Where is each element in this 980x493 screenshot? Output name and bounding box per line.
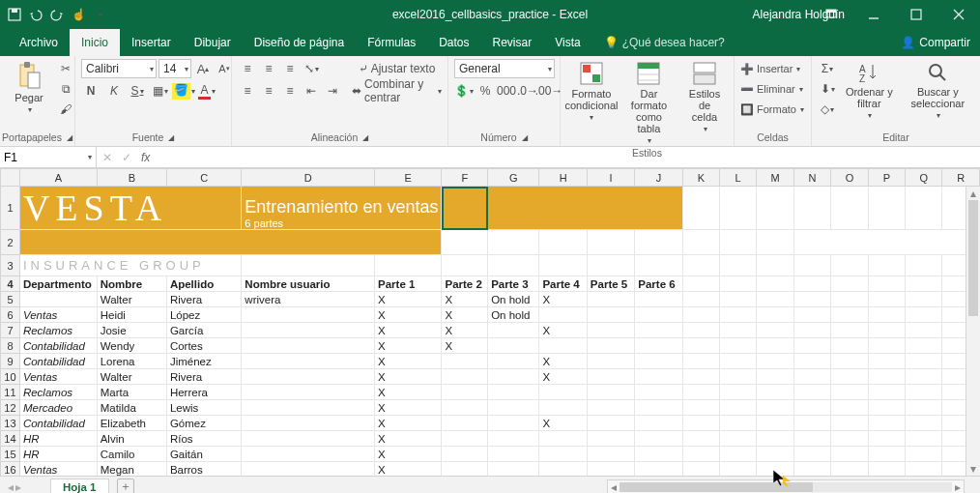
cell[interactable]: X: [539, 416, 587, 431]
cell[interactable]: [488, 385, 539, 400]
col-header[interactable]: J: [635, 169, 682, 187]
cell[interactable]: Reclamos: [19, 323, 97, 338]
row-header[interactable]: 2: [1, 230, 20, 255]
tab-inicio[interactable]: Inicio: [70, 29, 120, 56]
cell[interactable]: [635, 447, 682, 462]
row-header[interactable]: 3: [1, 255, 20, 276]
row-header[interactable]: 10: [1, 369, 20, 385]
dialog-launcher-icon[interactable]: ◢: [522, 133, 528, 142]
row-header[interactable]: 7: [1, 323, 20, 338]
comma-icon[interactable]: 000: [497, 81, 516, 101]
copy-icon[interactable]: ⧉: [56, 79, 75, 99]
cell[interactable]: X: [539, 354, 587, 369]
col-header[interactable]: H: [539, 169, 587, 187]
cell[interactable]: [587, 354, 634, 369]
cell[interactable]: X: [442, 292, 488, 307]
border-icon[interactable]: ▦▾: [151, 81, 170, 101]
clear-icon[interactable]: ◇▾: [818, 100, 837, 119]
col-header[interactable]: A: [19, 169, 97, 187]
cell[interactable]: [587, 400, 634, 416]
table-header[interactable]: Nombre: [97, 276, 166, 292]
tab-insertar[interactable]: Insertar: [120, 29, 183, 56]
cell[interactable]: X: [375, 431, 442, 447]
cell[interactable]: [635, 292, 682, 307]
row-header[interactable]: 13: [1, 416, 20, 431]
cell[interactable]: Reclamos: [19, 385, 97, 400]
share-button[interactable]: 👤Compartir: [901, 29, 970, 56]
cell[interactable]: [242, 354, 375, 369]
cell[interactable]: X: [375, 447, 442, 462]
tab-datos[interactable]: Datos: [427, 29, 480, 56]
row-header[interactable]: 16: [1, 462, 20, 477]
cell[interactable]: Wendy: [97, 338, 166, 354]
col-header[interactable]: N: [793, 169, 830, 187]
sheet-tab[interactable]: Hoja 1: [50, 478, 109, 493]
col-header[interactable]: C: [166, 169, 241, 187]
minimize-icon[interactable]: [852, 0, 895, 29]
dec-decimal-icon[interactable]: .00→: [539, 81, 559, 101]
cell[interactable]: [635, 462, 682, 477]
cell[interactable]: [242, 416, 375, 431]
table-header[interactable]: Parte 2: [442, 276, 488, 292]
row-header[interactable]: 5: [1, 292, 20, 307]
row-header[interactable]: 15: [1, 447, 20, 462]
row-header[interactable]: 6: [1, 307, 20, 323]
cell[interactable]: X: [375, 323, 442, 338]
percent-icon[interactable]: %: [476, 81, 495, 101]
cell[interactable]: [635, 338, 682, 354]
cell[interactable]: [442, 385, 488, 400]
cell[interactable]: Elizabeth: [97, 416, 166, 431]
select-all[interactable]: [1, 169, 20, 187]
cell[interactable]: [587, 292, 634, 307]
qat-customize-icon[interactable]: ▾: [94, 8, 107, 21]
cell[interactable]: X: [539, 369, 587, 385]
dialog-launcher-icon[interactable]: ◢: [362, 133, 368, 142]
tab-revisar[interactable]: Revisar: [481, 29, 544, 56]
row-header[interactable]: 14: [1, 431, 20, 447]
cell[interactable]: Megan: [97, 462, 166, 477]
cell[interactable]: On hold: [488, 292, 539, 307]
save-icon[interactable]: [8, 8, 21, 21]
cell[interactable]: [242, 462, 375, 477]
cell[interactable]: [488, 354, 539, 369]
row-header[interactable]: 4: [1, 276, 20, 292]
cell[interactable]: [442, 431, 488, 447]
cell[interactable]: [242, 431, 375, 447]
row-header[interactable]: 12: [1, 400, 20, 416]
col-header[interactable]: R: [942, 169, 980, 187]
delete-cells-button[interactable]: ➖ Eliminar▾: [740, 79, 803, 99]
cell[interactable]: Camilo: [97, 447, 166, 462]
merge-center-button[interactable]: ⬌ Combinar y centrar▾: [352, 81, 442, 101]
col-header[interactable]: G: [488, 169, 539, 187]
cell[interactable]: X: [375, 292, 442, 307]
tab-fórmulas[interactable]: Fórmulas: [356, 29, 427, 56]
font-name-combo[interactable]: Calibri▾: [81, 59, 157, 78]
underline-button[interactable]: S▾: [128, 81, 147, 101]
cell[interactable]: [587, 323, 634, 338]
cell[interactable]: [539, 462, 587, 477]
cond-format-button[interactable]: Formato condicional▾: [566, 59, 617, 124]
cell[interactable]: [539, 338, 587, 354]
cell[interactable]: [488, 431, 539, 447]
cell[interactable]: [242, 369, 375, 385]
col-header[interactable]: I: [587, 169, 634, 187]
format-table-button[interactable]: Dar formato como tabla▾: [620, 59, 677, 147]
cell[interactable]: [242, 323, 375, 338]
tell-me[interactable]: 💡¿Qué desea hacer?: [604, 29, 725, 56]
col-header[interactable]: L: [720, 169, 757, 187]
cell[interactable]: X: [375, 307, 442, 323]
sort-filter-button[interactable]: AZOrdenar y filtrar▾: [841, 59, 898, 122]
bold-button[interactable]: N: [81, 81, 101, 101]
cell[interactable]: [442, 400, 488, 416]
col-header[interactable]: O: [831, 169, 868, 187]
cut-icon[interactable]: ✂: [56, 59, 75, 78]
cell[interactable]: Rivera: [166, 292, 241, 307]
col-header[interactable]: M: [757, 169, 794, 187]
shrink-font-icon[interactable]: A▾: [215, 59, 234, 78]
table-header[interactable]: Apellido: [166, 276, 241, 292]
horizontal-scrollbar[interactable]: ◂ ▸: [607, 479, 965, 494]
align-center-icon[interactable]: ≡: [259, 81, 278, 101]
cell[interactable]: Rivera: [166, 369, 241, 385]
cell[interactable]: Ríos: [166, 431, 241, 447]
find-select-button[interactable]: Buscar y seleccionar▾: [902, 59, 974, 122]
